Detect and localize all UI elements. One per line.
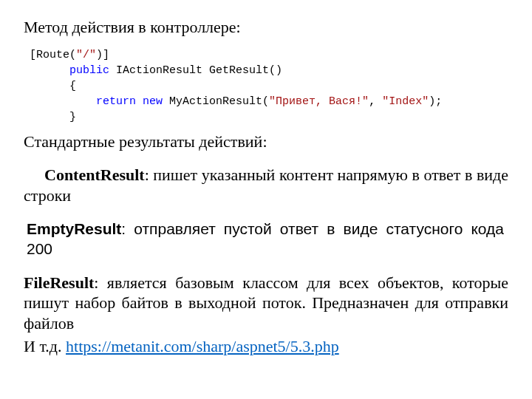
code-text: MyActionResult( — [163, 95, 269, 108]
code-text — [136, 95, 143, 108]
code-keyword: return — [96, 95, 136, 108]
code-text: IActionResult GetResult() — [109, 64, 282, 77]
code-text: } — [30, 111, 76, 123]
term-file-result: FileResult — [24, 273, 94, 292]
code-indent — [30, 64, 69, 77]
section-heading: Метод действия в контроллере: — [24, 18, 508, 37]
content-result-paragraph: ContentResult: пишет указанный контент н… — [24, 165, 508, 205]
code-text: ); — [429, 95, 442, 108]
term-content-result: ContentResult — [44, 166, 145, 184]
file-result-text: : является базовым классом для всех объе… — [24, 273, 508, 332]
reference-link[interactable]: https://metanit.com/sharp/aspnet5/5.3.ph… — [66, 337, 339, 355]
code-keyword: new — [143, 95, 163, 108]
file-result-paragraph: FileResult: является базовым классом для… — [24, 273, 508, 334]
code-keyword: public — [69, 64, 109, 77]
code-string: "Привет, Вася!" — [269, 95, 369, 108]
etc-prefix: И т.д. — [24, 337, 66, 355]
etc-line: И т.д. https://metanit.com/sharp/aspnet5… — [24, 336, 508, 357]
empty-result-paragraph: EmptyResult: отправляет пустой ответ в в… — [27, 219, 504, 259]
code-string: "/" — [76, 49, 96, 61]
term-empty-result: EmptyResult — [27, 220, 121, 237]
code-text: , — [369, 95, 382, 108]
code-block: [Route("/")] public IActionResult GetRes… — [30, 47, 508, 125]
code-text: { — [30, 80, 76, 92]
code-string: "Index" — [382, 95, 429, 108]
code-indent — [30, 95, 96, 108]
code-text: [Route( — [30, 49, 76, 61]
code-text: )] — [96, 49, 109, 61]
subsection-heading: Стандартные результаты действий: — [24, 132, 508, 151]
